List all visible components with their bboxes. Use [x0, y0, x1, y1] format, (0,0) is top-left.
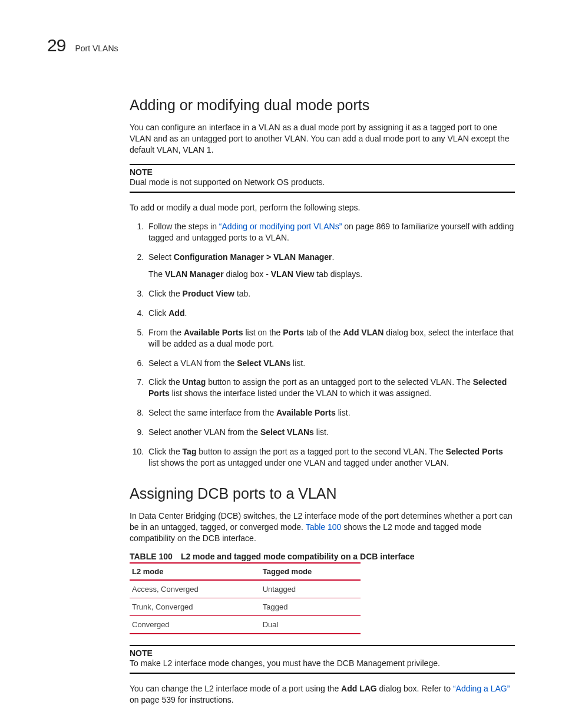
menu-path: Configuration Manager > VLAN Manager	[174, 252, 332, 262]
step-text: .	[184, 308, 187, 318]
table-row: Trunk, Converged Tagged	[130, 598, 361, 616]
ui-element: Product View	[183, 289, 234, 298]
note-block-dcb: NOTE To make L2 interface mode changes, …	[130, 645, 515, 674]
note-label: NOTE	[130, 648, 515, 658]
step-10: Click the Tag button to assign the port …	[146, 446, 515, 469]
step-text: tab.	[234, 289, 250, 298]
step-text: list.	[290, 358, 305, 368]
table-l2-compatibility: L2 mode Tagged mode Access, Converged Un…	[130, 562, 361, 634]
ui-element: Selected Ports	[446, 447, 503, 456]
paragraph-text: You can change the L2 interface mode of …	[130, 684, 341, 693]
ui-element: VLAN Manager	[165, 269, 224, 279]
section-heading-dcb: Assigning DCB ports to a VLAN	[130, 485, 515, 502]
steps-list: Follow the steps in “Adding or modifying…	[130, 221, 515, 468]
note-text: To make L2 interface mode changes, you m…	[130, 658, 440, 668]
ui-element: VLAN View	[271, 269, 315, 279]
outro-paragraph: You can change the L2 interface mode of …	[130, 683, 515, 706]
step-text: tab of the	[304, 328, 343, 337]
ui-element: Tag	[183, 447, 197, 456]
paragraph-text: dialog box. Refer to	[377, 684, 453, 693]
step-text: list shows the port as untagged under on…	[148, 458, 449, 467]
ui-element: Select VLANs	[260, 427, 314, 437]
table-row: Access, Converged Untagged	[130, 580, 361, 598]
step-text: From the	[148, 328, 184, 337]
xref-adding-port-vlans[interactable]: “Adding or modifying port VLANs”	[219, 222, 342, 231]
section-heading-dual-mode: Adding or modifying dual mode ports	[130, 97, 515, 114]
page-content: Adding or modifying dual mode ports You …	[130, 97, 515, 706]
step-text: Select another VLAN from the	[148, 427, 260, 437]
ui-element: Available Ports	[276, 408, 336, 417]
step-text: Click	[148, 308, 168, 318]
table-header-tagged-mode: Tagged mode	[260, 563, 361, 580]
step-text: list on the	[243, 328, 283, 337]
table-label: TABLE 100	[130, 552, 173, 561]
step-5: From the Available Ports list on the Por…	[146, 327, 515, 350]
step-text: button to assign the port as an untagged…	[206, 377, 473, 387]
table-title: TABLE 100L2 mode and tagged mode compati…	[130, 552, 515, 561]
xref-adding-a-lag[interactable]: “Adding a LAG”	[453, 684, 510, 693]
table-cell: Dual	[260, 616, 361, 634]
ui-element: Ports	[283, 328, 304, 337]
step-text: list shows the interface listed under th…	[170, 388, 431, 398]
table-caption: L2 mode and tagged mode compatibility on…	[181, 552, 415, 561]
ui-element: Add LAG	[341, 684, 377, 693]
running-head: Port VLANs	[75, 44, 118, 53]
table-cell: Converged	[130, 616, 260, 634]
step-text: Click the	[148, 447, 183, 456]
note-text: Dual mode is not supported on Network OS…	[130, 177, 325, 187]
step-4: Click Add.	[146, 308, 515, 319]
intro-paragraph-dcb: In Data Center Bridging (DCB) switches, …	[130, 510, 515, 544]
table-cell: Trunk, Converged	[130, 598, 260, 616]
step-2: Select Configuration Manager > VLAN Mana…	[146, 252, 515, 280]
step-8: Select the same interface from the Avail…	[146, 407, 515, 419]
table-cell: Untagged	[260, 580, 361, 598]
ui-element: Select VLANs	[237, 358, 290, 368]
table-cell: Access, Converged	[130, 580, 260, 598]
note-label: NOTE	[130, 167, 515, 177]
step-text: list.	[336, 408, 351, 417]
step-text: Select the same interface from the	[148, 408, 276, 417]
paragraph-text: on page 539 for instructions.	[130, 695, 234, 704]
chapter-number: 29	[47, 35, 65, 55]
step-text: button to assign the port as a tagged po…	[196, 447, 445, 456]
step-3: Click the Product View tab.	[146, 288, 515, 299]
ui-element: Add	[168, 308, 184, 318]
ui-element: Add VLAN	[343, 328, 384, 337]
step-text: dialog box -	[224, 269, 271, 279]
lead-in-paragraph: To add or modify a dual mode port, perfo…	[130, 202, 515, 213]
step-text: Follow the steps in	[148, 222, 219, 231]
table-header-row: L2 mode Tagged mode	[130, 563, 361, 580]
step-text: Select	[148, 252, 174, 262]
xref-table-100[interactable]: Table 100	[306, 522, 342, 532]
page: 29 Port VLANs Adding or modifying dual m…	[0, 0, 562, 728]
step-text: Click the	[148, 377, 183, 387]
step-1: Follow the steps in “Adding or modifying…	[146, 221, 515, 243]
page-header: 29 Port VLANs	[47, 35, 515, 55]
table-cell: Tagged	[260, 598, 361, 616]
step-6: Select a VLAN from the Select VLANs list…	[146, 358, 515, 369]
note-block-dual-mode: NOTE Dual mode is not supported on Netwo…	[130, 164, 515, 193]
step-result: The VLAN Manager dialog box - VLAN View …	[148, 269, 515, 280]
step-7: Click the Untag button to assign the por…	[146, 377, 515, 399]
table-row: Converged Dual	[130, 616, 361, 634]
step-text: list.	[314, 427, 329, 437]
ui-element: Untag	[183, 377, 206, 387]
step-9: Select another VLAN from the Select VLAN…	[146, 427, 515, 438]
step-text: The	[148, 269, 165, 279]
step-text: .	[332, 252, 335, 262]
table-header-l2-mode: L2 mode	[130, 563, 260, 580]
step-text: Select a VLAN from the	[148, 358, 237, 368]
intro-paragraph: You can configure an interface in a VLAN…	[130, 122, 515, 156]
ui-element: Available Ports	[184, 328, 243, 337]
step-text: tab displays.	[314, 269, 362, 279]
step-text: Click the	[148, 289, 183, 298]
